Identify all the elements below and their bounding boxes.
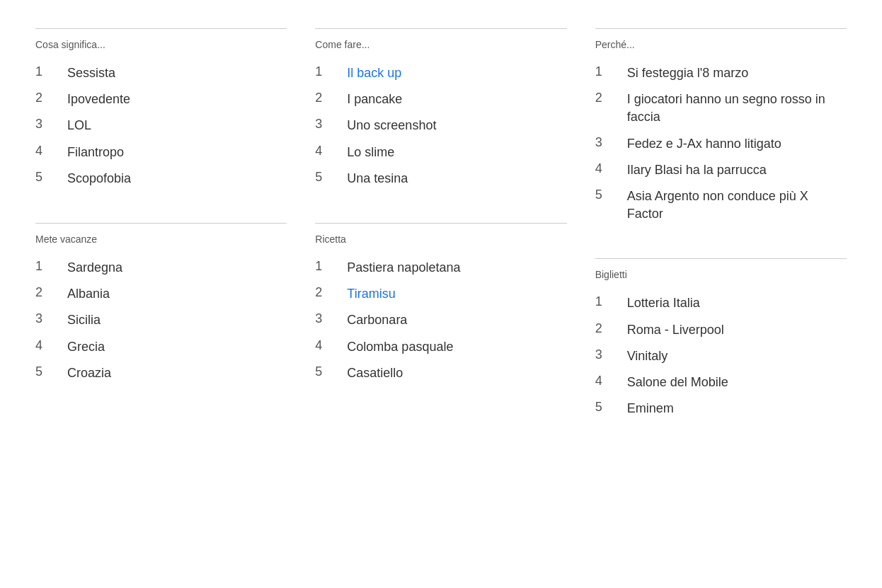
list-item-label: Vinitaly — [627, 347, 668, 365]
section-header-biglietti: Biglietti — [595, 258, 847, 280]
list-item: 1Pastiera napoletana — [315, 259, 566, 277]
list-item: 5Casatiello — [315, 364, 566, 382]
section-header-mete-vacanze: Mete vacanze — [35, 223, 287, 245]
list-item-number: 2 — [315, 285, 347, 300]
section-come-fare: Come fare...1Il back up2I pancake3Uno sc… — [315, 28, 566, 188]
list-item-label: Albania — [67, 285, 110, 303]
list-item-number: 5 — [315, 364, 347, 379]
list-item: 3Fedez e J-Ax hanno litigato — [595, 135, 847, 153]
section-title-come-fare: Come fare... — [315, 39, 566, 50]
list-item-label: LOL — [67, 117, 91, 134]
list-item-number: 2 — [35, 285, 67, 300]
list-item-label: Sardegna — [67, 259, 122, 277]
list-mete-vacanze: 1Sardegna2Albania3Sicilia4Grecia5Croazia — [35, 259, 287, 382]
list-item-number: 5 — [35, 170, 67, 185]
list-item-number: 4 — [595, 374, 627, 388]
list-item-number: 4 — [35, 144, 67, 158]
list-item-number: 4 — [35, 338, 67, 353]
list-item: 4Lo slime — [315, 144, 566, 161]
list-item-number: 3 — [595, 135, 627, 150]
list-item-label: Ilary Blasi ha la parrucca — [627, 161, 767, 179]
list-item: 3LOL — [35, 117, 287, 134]
column-2: Come fare...1Il back up2I pancake3Uno sc… — [301, 28, 580, 453]
list-item: 1Si festeggia l'8 marzo — [595, 64, 847, 82]
list-item: 5Una tesina — [315, 170, 566, 188]
section-title-perche: Perché... — [595, 39, 847, 50]
list-item: 2I pancake — [315, 91, 566, 108]
list-item-number: 5 — [315, 170, 347, 185]
list-item: 5Eminem — [595, 400, 847, 417]
list-item: 5Croazia — [35, 364, 287, 382]
list-item: 5Scopofobia — [35, 170, 287, 188]
section-header-perche: Perché... — [595, 28, 847, 50]
list-cosa-significa: 1Sessista2Ipovedente3LOL4Filantropo5Scop… — [35, 64, 287, 188]
list-item-number: 3 — [315, 311, 347, 326]
section-mete-vacanze: Mete vacanze1Sardegna2Albania3Sicilia4Gr… — [35, 223, 287, 382]
list-item-number: 1 — [595, 294, 627, 309]
list-item-number: 2 — [595, 91, 627, 105]
list-item-number: 5 — [595, 188, 627, 202]
list-item-label: Ipovedente — [67, 91, 130, 108]
list-item-label: Filantropo — [67, 144, 124, 161]
list-come-fare: 1Il back up2I pancake3Uno screenshot4Lo … — [315, 64, 566, 188]
list-item: 4Ilary Blasi ha la parrucca — [595, 161, 847, 179]
list-item-label: Si festeggia l'8 marzo — [627, 64, 749, 82]
list-item-label: Fedez e J-Ax hanno litigato — [627, 135, 781, 153]
list-item-label: Una tesina — [347, 170, 408, 188]
list-item-label: Sessista — [67, 64, 115, 82]
list-ricetta: 1Pastiera napoletana2Tiramisu3Carbonara4… — [315, 259, 566, 382]
list-item: 2I giocatori hanno un segno rosso in fac… — [595, 91, 847, 126]
list-item-label[interactable]: Tiramisu — [347, 285, 395, 303]
list-item-number: 5 — [35, 364, 67, 379]
column-3: Perché...1Si festeggia l'8 marzo2I gioca… — [581, 28, 861, 453]
list-item: 1Lotteria Italia — [595, 294, 847, 312]
list-biglietti: 1Lotteria Italia2Roma - Liverpool3Vinita… — [595, 294, 847, 417]
list-item-number: 1 — [35, 259, 67, 274]
list-item: 3Carbonara — [315, 311, 566, 329]
section-header-cosa-significa: Cosa significa... — [35, 28, 287, 50]
list-item-label: Carbonara — [347, 311, 407, 329]
list-item: 4Filantropo — [35, 144, 287, 161]
list-item-label: Grecia — [67, 338, 105, 356]
list-item: 1Sardegna — [35, 259, 287, 277]
list-item-number: 1 — [315, 259, 347, 274]
list-item-label: Croazia — [67, 364, 111, 382]
list-item: 2Ipovedente — [35, 91, 287, 108]
list-item: 4Salone del Mobile — [595, 374, 847, 391]
list-item-label: I pancake — [347, 91, 402, 108]
main-content: Cosa significa...1Sessista2Ipovedente3LO… — [21, 28, 861, 453]
list-item-number: 1 — [35, 64, 67, 79]
list-item-number: 2 — [595, 321, 627, 336]
section-header-ricetta: Ricetta — [315, 223, 566, 245]
list-item-label: Salone del Mobile — [627, 374, 728, 391]
list-item-label: Lo slime — [347, 144, 394, 161]
list-item-number: 3 — [35, 311, 67, 326]
list-item-number: 3 — [595, 347, 627, 362]
list-item-label: Roma - Liverpool — [627, 321, 724, 339]
list-item: 3Vinitaly — [595, 347, 847, 365]
list-item: 2Roma - Liverpool — [595, 321, 847, 339]
list-item: 1Il back up — [315, 64, 566, 82]
list-item: 2Albania — [35, 285, 287, 303]
list-item: 5Asia Argento non conduce più X Factor — [595, 188, 847, 223]
section-title-biglietti: Biglietti — [595, 269, 847, 280]
list-item-label: Uno screenshot — [347, 117, 436, 134]
list-item-number: 3 — [35, 117, 67, 132]
list-item-number: 2 — [35, 91, 67, 105]
list-item-label[interactable]: Il back up — [347, 64, 401, 82]
list-item-label: Eminem — [627, 400, 674, 417]
list-item-number: 1 — [315, 64, 347, 79]
list-item-label: Casatiello — [347, 364, 403, 382]
list-item-label: I giocatori hanno un segno rosso in facc… — [627, 91, 847, 126]
list-item: 2Tiramisu — [315, 285, 566, 303]
list-item-label: Pastiera napoletana — [347, 259, 460, 277]
list-item-number: 4 — [315, 338, 347, 353]
list-item-number: 1 — [595, 64, 627, 79]
section-title-ricetta: Ricetta — [315, 234, 566, 245]
list-item-label: Lotteria Italia — [627, 294, 700, 312]
list-item: 4Colomba pasquale — [315, 338, 566, 356]
list-item-label: Colomba pasquale — [347, 338, 453, 356]
section-title-cosa-significa: Cosa significa... — [35, 39, 287, 50]
list-item-label: Sicilia — [67, 311, 101, 329]
section-title-mete-vacanze: Mete vacanze — [35, 234, 287, 245]
